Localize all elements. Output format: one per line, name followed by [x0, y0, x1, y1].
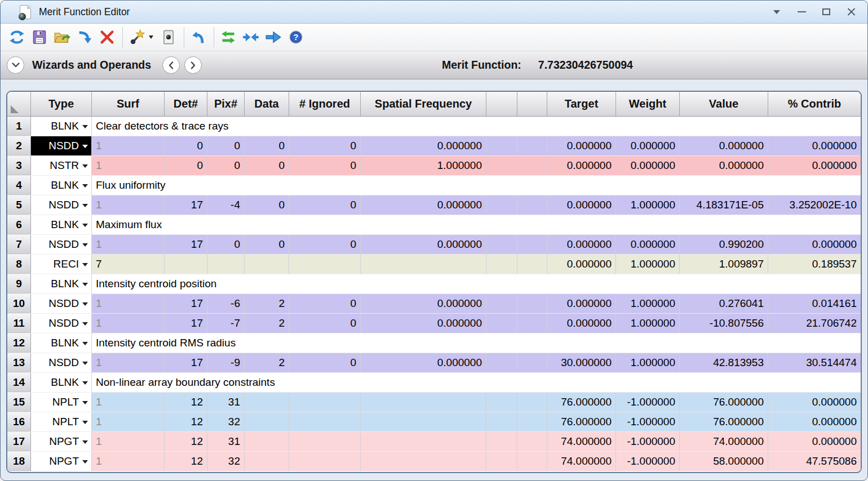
cell-value[interactable]: 0.000000	[680, 156, 768, 175]
cell-target[interactable]: 0.000000	[547, 255, 616, 274]
cell-data[interactable]	[245, 432, 289, 451]
cell-target[interactable]: 74.000000	[547, 452, 616, 471]
operand-type-dropdown[interactable]: NSDD	[31, 136, 92, 155]
row-number[interactable]: 16	[7, 412, 31, 431]
row-number[interactable]: 10	[7, 294, 31, 313]
cell-pix[interactable]: 0	[207, 156, 245, 175]
cell-sf[interactable]	[361, 412, 486, 431]
operand-type-dropdown[interactable]: BLNK	[31, 215, 92, 234]
comment-cell[interactable]: Intensity centroid RMS radius	[92, 333, 861, 353]
operand-type-dropdown[interactable]: BLNK	[31, 333, 92, 353]
operand-type-dropdown[interactable]: BLNK	[31, 373, 92, 392]
row-number[interactable]: 6	[7, 215, 31, 234]
goto-icon[interactable]	[264, 28, 283, 47]
chevron-down-icon[interactable]	[7, 56, 24, 74]
cell-weight[interactable]: 1.000000	[616, 255, 680, 274]
operand-type-dropdown[interactable]: RECI	[31, 255, 92, 274]
cell-weight[interactable]: 0.000000	[616, 235, 680, 254]
operand-type-dropdown[interactable]: BLNK	[31, 176, 92, 195]
cell-surf[interactable]: 1	[92, 393, 165, 412]
cell-value[interactable]: 0.000000	[680, 136, 768, 155]
cell-ign[interactable]	[289, 393, 361, 412]
cell-b2[interactable]	[517, 195, 547, 215]
operand-type-dropdown[interactable]: NSDD	[31, 235, 92, 254]
cell-surf[interactable]: 1	[92, 235, 165, 254]
cell-contrib[interactable]: 21.706742	[768, 314, 861, 333]
cell-det[interactable]: 17	[165, 353, 207, 372]
cell-weight[interactable]: -1.000000	[616, 393, 680, 412]
cell-data[interactable]	[245, 412, 289, 431]
cell-value[interactable]: 74.000000	[680, 432, 768, 451]
operand-type-dropdown[interactable]: NSDD	[31, 195, 92, 215]
cell-b1[interactable]	[486, 294, 517, 313]
operand-type-dropdown[interactable]: NPLT	[31, 412, 92, 431]
wizard-icon[interactable]	[127, 28, 147, 47]
comment-cell[interactable]: Non-linear array boundary constraints	[92, 373, 861, 392]
cell-pix[interactable]	[207, 255, 245, 274]
cell-target[interactable]: 0.000000	[547, 294, 616, 313]
cell-det[interactable]: 0	[165, 156, 207, 175]
column-header-type[interactable]: Type	[31, 92, 92, 117]
cell-sf[interactable]: 0.000000	[361, 235, 486, 254]
cell-pix[interactable]: -6	[207, 294, 245, 313]
settings-icon[interactable]	[159, 28, 178, 47]
cell-det[interactable]: 12	[165, 412, 207, 431]
row-number[interactable]: 5	[7, 195, 31, 215]
cell-contrib[interactable]: 0.000000	[768, 412, 861, 431]
row-number[interactable]: 17	[7, 432, 31, 451]
cell-contrib[interactable]: 0.000000	[768, 393, 861, 412]
cell-pix[interactable]: 0	[207, 136, 245, 155]
row-number[interactable]: 3	[7, 156, 31, 175]
update-icon[interactable]	[7, 28, 26, 47]
cell-b1[interactable]	[486, 393, 517, 412]
cell-b2[interactable]	[517, 255, 547, 274]
cell-weight[interactable]: 0.000000	[616, 136, 680, 155]
cell-b2[interactable]	[517, 156, 547, 175]
operand-type-dropdown[interactable]: NSDD	[31, 314, 92, 333]
cell-data[interactable]: 2	[245, 314, 289, 333]
cell-weight[interactable]: 1.000000	[616, 294, 680, 313]
row-number[interactable]: 14	[7, 373, 31, 392]
cell-surf[interactable]: 1	[92, 156, 165, 175]
cell-sf[interactable]: 0.000000	[361, 294, 486, 313]
column-header-data[interactable]: Data	[245, 92, 289, 117]
cell-contrib[interactable]: 47.575086	[768, 452, 861, 471]
cell-pix[interactable]: 31	[207, 393, 245, 412]
operand-type-dropdown[interactable]: BLNK	[31, 117, 92, 136]
cell-det[interactable]: 17	[165, 235, 207, 254]
save-icon[interactable]	[30, 28, 49, 47]
cell-weight[interactable]: -1.000000	[616, 452, 680, 471]
row-number[interactable]: 1	[7, 117, 31, 136]
cell-pix[interactable]: -4	[207, 195, 245, 215]
cell-sf[interactable]: 0.000000	[361, 314, 486, 333]
cell-b2[interactable]	[517, 294, 547, 313]
row-number[interactable]: 7	[7, 235, 31, 254]
operand-type-dropdown[interactable]: NSTR	[31, 156, 92, 175]
cell-sf[interactable]	[361, 452, 486, 471]
row-number[interactable]: 8	[7, 255, 31, 274]
operand-type-dropdown[interactable]: NPGT	[31, 432, 92, 451]
cell-sf[interactable]: 1.000000	[361, 156, 486, 175]
cell-b1[interactable]	[486, 235, 517, 254]
cell-weight[interactable]: -1.000000	[616, 412, 680, 431]
chevron-left-icon[interactable]	[162, 56, 180, 74]
cell-value[interactable]: 1.009897	[680, 255, 768, 274]
row-number[interactable]: 13	[7, 353, 31, 372]
cell-det[interactable]: 0	[165, 136, 207, 155]
column-header-b2[interactable]	[517, 92, 547, 117]
cell-contrib[interactable]: 0.000000	[768, 136, 861, 155]
cell-b1[interactable]	[486, 195, 517, 215]
cell-b1[interactable]	[486, 432, 517, 451]
insert-operand-icon[interactable]	[75, 28, 94, 47]
cell-surf[interactable]: 1	[92, 136, 165, 155]
cell-weight[interactable]: 1.000000	[616, 195, 680, 215]
cell-b1[interactable]	[486, 412, 517, 431]
cell-weight[interactable]: 1.000000	[616, 314, 680, 333]
cell-surf[interactable]: 1	[92, 432, 165, 451]
cell-target[interactable]: 0.000000	[547, 156, 616, 175]
column-header-contrib[interactable]: % Contrib	[768, 92, 861, 117]
row-number[interactable]: 2	[7, 136, 31, 155]
cell-target[interactable]: 74.000000	[547, 432, 616, 451]
cell-contrib[interactable]: 0.000000	[768, 235, 861, 254]
cell-b2[interactable]	[517, 136, 547, 155]
